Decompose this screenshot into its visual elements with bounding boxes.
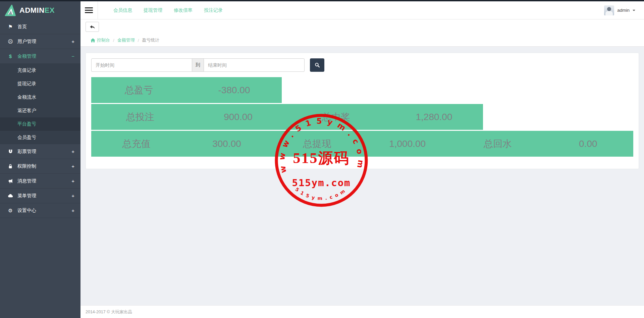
collapse-icon: − [71,53,74,59]
link-member-info[interactable]: 会员信息 [113,7,132,13]
link-bet-records[interactable]: 投注记录 [204,7,223,13]
stats-row-bets-wins: 总投注 900.00 总中奖 1,280.00 [91,104,633,130]
chevron-down-icon [633,10,635,11]
lock-icon [7,164,14,169]
page-toolbar [80,19,644,34]
app-logo: ADMINEX [0,0,80,19]
stat-value: 300.00 [181,131,272,157]
stat-value: 1,000.00 [362,131,452,157]
flag-icon: ⚑ [7,24,14,30]
top-navbar: 会员信息 提现管理 修改倍率 投注记录 admin [80,0,644,19]
submenu-item-return-customer[interactable]: 返还客户 [0,104,80,117]
breadcrumb-current: 盈亏统计 [142,37,159,43]
sidebar-item-label: 权限控制 [17,163,36,169]
frown-icon: ☹ [7,39,14,45]
watermark-arc-bottom: 515ym.com [294,187,348,201]
magnet-icon [7,149,14,154]
stat-label: 总提现 [272,131,362,157]
bullhorn-icon [7,178,14,183]
expand-icon: + [71,193,74,199]
link-modify-odds[interactable]: 修改倍率 [174,7,193,13]
user-menu[interactable]: admin [604,5,635,15]
sidebar-item-label: 用户管理 [17,39,36,45]
end-time-input[interactable] [204,58,305,72]
stats-row-recharge-withdraw-rebate: 总充值 300.00 总提现 1,000.00 总回水 0.00 [91,131,633,157]
expand-icon: + [71,178,74,184]
sidebar-item-menus[interactable]: 菜单管理 + [0,189,80,203]
sidebar-item-messages[interactable]: 消息管理 + [0,174,80,189]
stat-value: 900.00 [189,104,287,130]
sidebar-item-lottery[interactable]: 彩票管理 + [0,144,80,159]
page-content: 到 总盈亏 -380.00 总投注 900.00 总中奖 [80,47,644,175]
cloud-icon [7,193,14,198]
brand-name: ADMINEX [19,6,55,15]
submenu-item-money-flow[interactable]: 金额流水 [0,91,80,104]
breadcrumb: 控制台 / 金额管理 / 盈亏统计 [80,34,644,47]
profit-stats-table: 总盈亏 -380.00 总投注 900.00 总中奖 1,280.00 总充值 … [91,77,633,157]
undo-arrow-icon [90,24,95,29]
sidebar-item-home[interactable]: ⚑ 首页 [0,19,80,34]
sidebar-item-money[interactable]: $ 金额管理 − [0,49,80,64]
to-label: 到 [192,58,204,72]
expand-icon: + [71,163,74,169]
main-area: 会员信息 提现管理 修改倍率 投注记录 admin 控制台 / 金额管理 / 盈… [80,0,644,318]
quick-links: 会员信息 提现管理 修改倍率 投注记录 [113,7,223,13]
submenu-item-platform-profit[interactable]: 平台盈亏 [0,117,80,131]
navbar-divider [98,1,98,19]
expand-icon: + [71,149,74,154]
sidebar-toggle-button[interactable] [85,7,93,13]
date-filter-form: 到 [91,58,633,72]
sidebar-item-label: 金额管理 [17,53,36,59]
dollar-icon: $ [7,53,14,59]
stat-value: 1,280.00 [385,104,483,130]
submenu-item-recharge-records[interactable]: 充值记录 [0,64,80,77]
stats-row-total-profit: 总盈亏 -380.00 [91,77,633,103]
back-button[interactable] [86,22,99,32]
sidebar-item-settings[interactable]: ⚙ 设置中心 + [0,203,80,218]
gear-icon: ⚙ [7,208,14,214]
watermark-domain: 515ym.com [292,177,351,189]
stat-label: 总回水 [452,131,543,157]
sidebar-item-label: 菜单管理 [17,193,36,199]
breadcrumb-home[interactable]: 控制台 [91,37,110,43]
profit-stats-panel: 到 总盈亏 -380.00 总投注 900.00 总中奖 [86,53,639,169]
submenu-item-withdraw-records[interactable]: 提现记录 [0,77,80,91]
search-button[interactable] [310,58,324,72]
expand-icon: + [71,39,74,44]
search-icon [315,62,320,68]
copyright-text: 2014-2017 © 大玩家出品 [86,310,132,314]
sidebar: ADMINEX ⚑ 首页 ☹ 用户管理 + $ 金额管理 − 充值记录 提现记录… [0,0,80,318]
brand-a-icon [5,5,16,16]
sidebar-item-users[interactable]: ☹ 用户管理 + [0,34,80,49]
user-avatar [604,5,614,15]
page-footer: 2014-2017 © 大玩家出品 [80,305,644,318]
sidebar-item-label: 设置中心 [17,208,36,214]
sidebar-item-label: 首页 [17,24,27,30]
stat-label: 总盈亏 [91,77,186,103]
start-time-input[interactable] [91,58,192,72]
submenu-item-member-profit[interactable]: 会员盈亏 [0,131,80,144]
breadcrumb-money-management[interactable]: 金额管理 [117,37,135,43]
home-icon [91,38,95,43]
username: admin [617,8,630,13]
window-top-border [0,0,644,1]
sidebar-item-permissions[interactable]: 权限控制 + [0,159,80,174]
stat-label: 总充值 [91,131,181,157]
money-submenu: 充值记录 提现记录 金额流水 返还客户 平台盈亏 会员盈亏 [0,64,80,144]
stat-label: 总投注 [91,104,189,130]
breadcrumb-separator: / [113,38,114,43]
sidebar-item-label: 消息管理 [17,178,36,184]
stat-value: -380.00 [186,77,282,103]
breadcrumb-separator: / [138,38,139,43]
sidebar-menu: ⚑ 首页 ☹ 用户管理 + $ 金额管理 − 充值记录 提现记录 金额流水 返还… [0,19,80,218]
expand-icon: + [71,208,74,213]
stat-value: 0.00 [543,131,633,157]
stat-label: 总中奖 [287,104,385,130]
link-withdraw-management[interactable]: 提现管理 [144,7,162,13]
sidebar-item-label: 彩票管理 [17,149,36,155]
